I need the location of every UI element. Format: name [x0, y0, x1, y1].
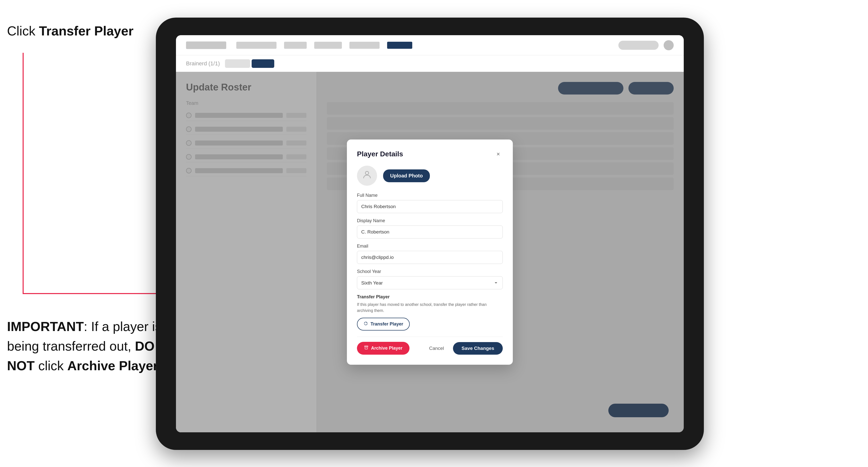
nav-item-tournaments[interactable] — [236, 42, 277, 49]
display-name-label: Display Name — [357, 218, 503, 223]
sub-header-tabs — [225, 59, 274, 68]
email-group: Email — [357, 244, 503, 264]
app-logo — [186, 41, 226, 49]
svg-point-0 — [365, 171, 369, 175]
archive-icon — [364, 345, 369, 351]
full-name-label: Full Name — [357, 193, 503, 198]
app-header — [176, 35, 684, 55]
instruction-bottom: IMPORTANT: If a player is being transfer… — [7, 317, 163, 375]
upload-photo-button[interactable]: Upload Photo — [383, 169, 430, 182]
instruction-transfer-bold: Transfer Player — [39, 24, 133, 38]
school-year-group: School Year First Year Second Year Third… — [357, 269, 503, 289]
archive-player-button-label: Archive Player — [371, 346, 402, 351]
transfer-section: Transfer Player If this player has moved… — [357, 294, 503, 331]
tablet-screen: Brainerd (1/1) Update Roster Team — [176, 35, 684, 432]
transfer-player-button[interactable]: Transfer Player — [357, 318, 410, 331]
nav-items — [236, 42, 608, 49]
email-input[interactable] — [357, 251, 503, 264]
header-avatar[interactable] — [663, 40, 674, 50]
transfer-section-description: If this player has moved to another scho… — [357, 302, 503, 314]
avatar — [357, 166, 377, 186]
instruction-click-label: Click — [7, 24, 39, 38]
nav-item-teams[interactable] — [284, 42, 307, 49]
nav-item-schedule[interactable] — [314, 42, 342, 49]
archive-player-button[interactable]: Archive Player — [357, 342, 409, 355]
transfer-section-title: Transfer Player — [357, 294, 503, 300]
full-name-group: Full Name — [357, 193, 503, 213]
sub-header: Brainerd (1/1) — [176, 55, 684, 72]
save-changes-button[interactable]: Save Changes — [453, 342, 503, 355]
content-area: Update Roster Team — [176, 72, 684, 432]
photo-section: Upload Photo — [357, 166, 503, 186]
email-label: Email — [357, 244, 503, 249]
header-right — [618, 40, 674, 50]
transfer-icon — [364, 321, 368, 327]
arrow-vertical-line — [23, 53, 24, 294]
instruction-important-label: IMPORTANT — [7, 319, 84, 334]
person-icon — [362, 170, 372, 182]
modal-title: Player Details — [357, 150, 403, 158]
nav-item-add-team[interactable] — [349, 42, 379, 49]
modal-overlay: Player Details × — [176, 72, 684, 432]
breadcrumb-label: Brainerd (1/1) — [186, 60, 220, 67]
tablet-device: Brainerd (1/1) Update Roster Team — [156, 18, 704, 450]
modal-header: Player Details × — [357, 150, 503, 159]
instruction-top: Click Transfer Player — [7, 23, 133, 40]
player-details-modal: Player Details × — [347, 139, 513, 365]
modal-close-button[interactable]: × — [494, 150, 503, 159]
instruction-archive-bold: Archive Player — [67, 359, 158, 373]
instruction-text2: click — [35, 359, 67, 373]
school-year-select[interactable]: First Year Second Year Third Year Fourth… — [357, 276, 503, 289]
modal-footer: Archive Player Cancel Save Changes — [357, 337, 503, 355]
tab-basic[interactable] — [225, 59, 250, 68]
cancel-button[interactable]: Cancel — [424, 342, 449, 355]
tab-select[interactable] — [252, 59, 274, 68]
display-name-input[interactable] — [357, 225, 503, 239]
nav-item-roster[interactable] — [387, 42, 412, 49]
svg-rect-1 — [365, 346, 368, 347]
school-year-label: School Year — [357, 269, 503, 274]
transfer-player-button-label: Transfer Player — [371, 321, 403, 327]
display-name-group: Display Name — [357, 218, 503, 239]
header-action-btn[interactable] — [618, 41, 659, 50]
full-name-input[interactable] — [357, 200, 503, 213]
